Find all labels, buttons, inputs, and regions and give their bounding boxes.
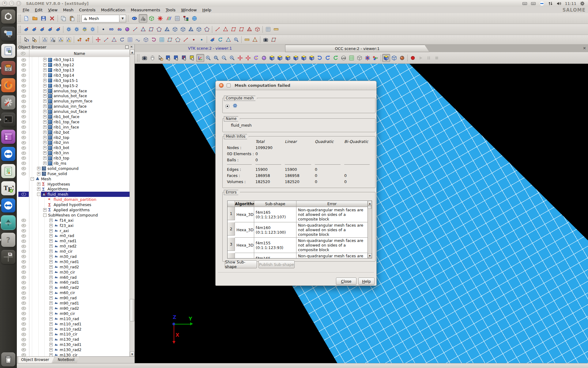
- visibility-eye-icon[interactable]: [21, 260, 26, 263]
- add-node-icon[interactable]: [75, 36, 83, 44]
- tree-item-m60-rad2[interactable]: +m60_rad2: [17, 285, 130, 290]
- archive-manager[interactable]: [1, 61, 15, 75]
- expand-toggle-icon[interactable]: +: [49, 291, 53, 294]
- expand-toggle-icon[interactable]: +: [43, 99, 47, 103]
- expand-toggle-icon[interactable]: +: [43, 131, 47, 134]
- tree-item-m130-cir[interactable]: +m130_cir: [17, 352, 130, 357]
- dock-close-icon[interactable]: ✕: [130, 45, 133, 49]
- visibility-eye-icon[interactable]: [18, 192, 29, 197]
- tree-item-m30-cir[interactable]: +m30_cir: [17, 270, 130, 275]
- polyhedron-element-icon[interactable]: [203, 25, 211, 33]
- purple-app[interactable]: [1, 130, 15, 144]
- menu-mesh[interactable]: Mesh: [60, 7, 76, 13]
- zoom-window-icon[interactable]: [212, 54, 220, 62]
- add-node-on-edge-icon[interactable]: [83, 36, 91, 44]
- visual-parameters-icon[interactable]: [364, 54, 371, 62]
- error-message[interactable]: Non-quadrangular mesh faces are not allo…: [296, 238, 368, 253]
- expand-toggle-icon[interactable]: +: [49, 219, 53, 222]
- measure-angle-icon[interactable]: [251, 36, 259, 44]
- point-selection-icon[interactable]: [164, 54, 172, 62]
- visibility-eye-icon[interactable]: [21, 234, 26, 238]
- expand-toggle-icon[interactable]: +: [49, 270, 53, 274]
- stop-recording-icon[interactable]: [433, 54, 441, 62]
- menu-view[interactable]: View: [45, 7, 60, 13]
- expand-toggle-icon[interactable]: +: [49, 353, 53, 357]
- window-maximize-button[interactable]: □: [16, 1, 21, 6]
- tree-item-rib1-bot-face[interactable]: +rib1_bot_face: [17, 114, 130, 119]
- interaction-style-icon[interactable]: [149, 54, 156, 62]
- errors-scroll-thumb[interactable]: [368, 206, 372, 209]
- zoom-in-icon[interactable]: [204, 54, 212, 62]
- expand-toggle-icon[interactable]: +: [43, 58, 47, 61]
- dock-float-icon[interactable]: [125, 45, 129, 49]
- tree-item-m110-rad[interactable]: +m110_rad: [17, 316, 130, 321]
- tab-vtk-viewer[interactable]: VTK scene:2 - viewer:1: [135, 44, 285, 52]
- expand-toggle-icon[interactable]: +: [49, 322, 53, 326]
- errors-scrollbar[interactable]: ▲ ▼: [368, 201, 372, 259]
- expand-toggle-icon[interactable]: +: [49, 255, 53, 258]
- visibility-eye-icon[interactable]: [21, 141, 26, 144]
- menu-file[interactable]: File: [20, 7, 32, 13]
- expand-toggle-icon[interactable]: +: [37, 187, 40, 191]
- tree-item-annulus-bot-face[interactable]: +annulus_bot_face: [17, 93, 130, 98]
- evaluate-mesh-icon[interactable]: [54, 25, 62, 33]
- pause-recording-icon[interactable]: [425, 54, 433, 62]
- teamviewer-tray-icon[interactable]: [539, 1, 545, 6]
- expand-toggle-icon[interactable]: +: [49, 250, 53, 253]
- visibility-eye-icon[interactable]: [21, 265, 26, 269]
- visibility-eye-icon[interactable]: [21, 63, 26, 67]
- errors-header-Algorithm[interactable]: Algorithm: [235, 201, 254, 207]
- tree-item-annulus-top-face[interactable]: +annulus_top_face: [17, 88, 130, 93]
- visibility-eye-icon[interactable]: [21, 250, 26, 253]
- symmetry-icon[interactable]: [224, 36, 232, 44]
- toolbar-handle[interactable]: [19, 15, 21, 22]
- save-document-icon[interactable]: [39, 14, 48, 23]
- tree-item-rib3-top[interactable]: +rib3_top: [17, 155, 130, 161]
- dialog-titlebar[interactable]: ✕ Mesh computation failed: [216, 81, 376, 90]
- visibility-eye-icon[interactable]: [21, 120, 26, 124]
- eye-column-header[interactable]: [17, 50, 29, 57]
- dump-scene-icon[interactable]: [262, 36, 270, 44]
- tree-item-fluid-mesh[interactable]: -!fluid_mesh: [17, 192, 130, 197]
- tree-item-rib3-top15-1[interactable]: +rib3_top15-1: [17, 78, 130, 83]
- visibility-eye-icon[interactable]: [21, 296, 26, 300]
- toolbar-handle[interactable]: [19, 26, 21, 33]
- merge-elements-icon[interactable]: [198, 36, 205, 44]
- name-column-header[interactable]: Name: [29, 51, 130, 56]
- expand-toggle-icon[interactable]: +: [49, 328, 53, 331]
- expand-toggle-icon[interactable]: +: [49, 260, 53, 263]
- visibility-eye-icon[interactable]: [21, 156, 26, 160]
- edge-element-icon[interactable]: [131, 25, 139, 33]
- tree-item-m30-rad1[interactable]: +m30_rad1: [17, 259, 130, 264]
- tree-item-m0-rad[interactable]: +m0_rad: [17, 233, 130, 238]
- tree-item-rib2-bot[interactable]: +rib2_bot: [17, 129, 130, 135]
- expand-toggle-icon[interactable]: +: [49, 224, 53, 227]
- merge-nodes-icon[interactable]: [190, 36, 198, 44]
- error-message[interactable]: Non-quadrangular mesh faces are not allo…: [296, 253, 368, 259]
- tex-editor[interactable]: TEX: [1, 181, 15, 195]
- visibility-eye-icon[interactable]: [21, 79, 26, 82]
- visibility-eye-icon[interactable]: [21, 281, 26, 284]
- help-viewer[interactable]: ?: [1, 233, 15, 247]
- face-selection-icon[interactable]: [180, 54, 188, 62]
- reset-view-icon[interactable]: [332, 54, 340, 62]
- quadratic-tetrahedron-icon[interactable]: [245, 25, 253, 33]
- visibility-eye-icon[interactable]: [21, 312, 26, 315]
- errors-scroll-up-icon[interactable]: ▲: [368, 201, 372, 206]
- visibility-eye-icon[interactable]: [21, 224, 26, 227]
- zooming-style-icon[interactable]: [156, 54, 164, 62]
- paste-icon[interactable]: [68, 14, 76, 23]
- ubuntu-dash-button[interactable]: [1, 10, 15, 24]
- visibility-eye-icon[interactable]: [21, 125, 26, 129]
- firefox-browser[interactable]: [1, 78, 15, 92]
- tree-item-fluid-domain-partition[interactable]: *fluid_domain_partition: [17, 197, 130, 202]
- surface-mode-icon[interactable]: [382, 54, 390, 62]
- visibility-eye-icon[interactable]: [21, 151, 26, 155]
- tree-item-rib3-top12[interactable]: +rib3_top12: [17, 62, 130, 67]
- error-message[interactable]: Non-quadrangular mesh faces are not allo…: [296, 207, 368, 222]
- visibility-eye-icon[interactable]: [21, 270, 26, 274]
- calculator-module-icon[interactable]: [173, 14, 182, 23]
- hexagonal-prism-icon[interactable]: [195, 25, 203, 33]
- tree-item-annulus-inn-face[interactable]: +annulus_inn_face: [17, 104, 130, 109]
- rotate-view-icon[interactable]: [252, 54, 260, 62]
